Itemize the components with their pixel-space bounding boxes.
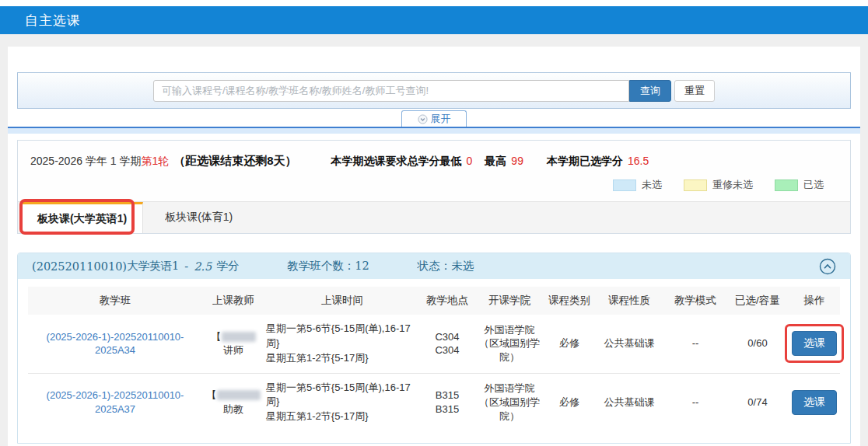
location-line-2: B315 xyxy=(422,402,473,416)
col-header-location: 教学地点 xyxy=(420,287,474,315)
course-credits: 2.5 xyxy=(194,260,212,273)
search-group: 查询 重置 xyxy=(153,80,715,102)
app-header: 自主选课 xyxy=(0,6,868,34)
legend-swatch-unselected xyxy=(613,179,636,191)
top-strip xyxy=(0,0,868,6)
course-panel: (202520110010)大学英语1 - 2.5 学分 教学班个数：12 状态… xyxy=(17,253,851,444)
col-header-capacity: 已选/容量 xyxy=(726,287,789,315)
location-line-1: B315 xyxy=(422,389,473,402)
col-header-nature: 课程性质 xyxy=(594,287,664,315)
class-name-link[interactable]: (2025-2026-1)-202520110010-2025A34 xyxy=(47,331,184,357)
class-table-zone: 教学班 上课教师 上课时间 教学地点 开课学院 课程类别 课程性质 教学模式 已… xyxy=(18,279,850,431)
legend-item-unselected: 未选 xyxy=(613,178,662,192)
max-credits: 99 xyxy=(511,155,523,167)
college-cell: 外国语学院（区域国别学院） xyxy=(474,373,544,431)
teacher-prefix: 【 xyxy=(212,331,222,343)
course-panel-header[interactable]: (202520110010)大学英语1 - 2.5 学分 教学班个数：12 状态… xyxy=(18,253,850,279)
expand-toggle[interactable]: 展开 xyxy=(401,110,467,127)
category-cell: 必修 xyxy=(544,315,594,373)
page-title: 自主选课 xyxy=(25,12,81,30)
min-credits: 0 xyxy=(467,155,473,167)
legend-swatch-selected xyxy=(775,179,798,191)
col-header-teacher: 上课教师 xyxy=(202,287,264,315)
class-name-link[interactable]: (2025-2026-1)-202520110010-2025A37 xyxy=(47,389,184,415)
tab-strip: 板块课(大学英语1) 板块课(体育1) xyxy=(18,201,850,233)
tab-english[interactable]: 板块课(大学英语1) xyxy=(21,202,143,233)
class-table: 教学班 上课教师 上课时间 教学地点 开课学院 课程类别 课程性质 教学模式 已… xyxy=(28,287,840,431)
selected-credits: 16.5 xyxy=(628,155,649,167)
teacher-prefix: 【 xyxy=(207,389,217,401)
select-course-button[interactable]: 选课 xyxy=(792,331,837,356)
reset-button[interactable]: 重置 xyxy=(674,80,715,102)
legend-label: 重修未选 xyxy=(712,178,753,192)
course-name: 大学英语1 xyxy=(127,259,179,274)
chevron-down-icon xyxy=(418,114,428,124)
teacher-cell: 【 讲师 xyxy=(202,315,264,373)
max-label: 最高 xyxy=(485,155,506,169)
teacher-name-redacted xyxy=(217,390,261,400)
college-cell: 外国语学院（区域国别学院） xyxy=(474,315,544,373)
location-cell: B315 B315 xyxy=(420,373,474,431)
table-header-row: 教学班 上课教师 上课时间 教学地点 开课学院 课程类别 课程性质 教学模式 已… xyxy=(28,287,840,315)
deadline-text: （距选课结束还剩8天） xyxy=(173,154,296,169)
time-line-2: 星期五第1-2节{5-17周} xyxy=(266,352,369,364)
legend-swatch-retake xyxy=(684,179,707,191)
time-line-1: 星期一第5-6节{5-15周(单),16-17周} xyxy=(266,322,411,349)
location-line-2: C304 xyxy=(422,343,473,357)
semester-line: 2025-2026 学年 1 学期第1轮 （距选课结束还剩8天） 本学期选课要求… xyxy=(18,141,850,169)
category-cell: 必修 xyxy=(544,373,594,431)
main-content: 查询 重置 展开 2025-2026 学年 1 学期第1轮 （距选课结束还剩8天… xyxy=(8,47,860,446)
semester-text: 2025-2026 学年 1 学期 xyxy=(30,155,141,169)
course-code: (202520110010) xyxy=(32,260,127,273)
col-header-mode: 教学模式 xyxy=(664,287,726,315)
divider-strip xyxy=(8,128,860,134)
legend: 未选 重修未选 已选 xyxy=(18,169,850,192)
col-header-class: 教学班 xyxy=(28,287,202,315)
teacher-cell: 【 助教 xyxy=(202,373,264,431)
search-panel: 查询 重置 xyxy=(17,72,851,109)
legend-label: 未选 xyxy=(642,178,662,192)
time-line-1: 星期一第5-6节{5-15周(单),16-17周} xyxy=(266,382,411,408)
teacher-name-redacted xyxy=(222,332,256,342)
legend-label: 已选 xyxy=(803,178,824,192)
table-row: (2025-2026-1)-202520110010-2025A34 【 讲师 … xyxy=(28,315,840,373)
nature-cell: 公共基础课 xyxy=(594,373,664,431)
selected-label: 本学期已选学分 xyxy=(547,155,623,169)
search-input[interactable] xyxy=(153,80,629,102)
col-header-time: 上课时间 xyxy=(264,287,420,315)
mode-cell: -- xyxy=(664,373,726,431)
location-line-1: C304 xyxy=(422,330,473,344)
time-line-2: 星期五第1-2节{5-17周} xyxy=(266,410,369,422)
time-cell: 星期一第5-6节{5-15周(单),16-17周} 星期五第1-2节{5-17周… xyxy=(264,373,420,431)
location-cell: C304 C304 xyxy=(420,315,474,373)
requirement-label: 本学期选课要求总学分最低 xyxy=(331,155,462,169)
class-count: 教学班个数：12 xyxy=(287,259,369,274)
select-course-button[interactable]: 选课 xyxy=(792,390,837,415)
teacher-title: 助教 xyxy=(204,402,263,416)
time-cell: 星期一第5-6节{5-15周(单),16-17周} 星期五第1-2节{5-17周… xyxy=(264,315,420,373)
col-header-college: 开课学院 xyxy=(474,287,544,315)
teacher-title: 讲师 xyxy=(204,343,263,357)
legend-item-retake: 重修未选 xyxy=(684,178,753,192)
expand-label: 展开 xyxy=(431,112,451,126)
expand-bar: 展开 xyxy=(8,111,860,128)
table-row: (2025-2026-1)-202520110010-2025A37 【 助教 … xyxy=(28,373,840,431)
nature-cell: 公共基础课 xyxy=(594,315,664,373)
mode-cell: -- xyxy=(664,315,726,373)
col-header-action: 操作 xyxy=(789,287,840,315)
col-header-category: 课程类别 xyxy=(544,287,594,315)
legend-item-selected: 已选 xyxy=(775,178,824,192)
capacity-cell: 0/74 xyxy=(726,373,789,431)
query-button[interactable]: 查询 xyxy=(629,80,671,102)
chevron-up-icon[interactable] xyxy=(819,258,836,275)
round-text: 第1轮 xyxy=(141,155,169,169)
course-sep: - xyxy=(184,260,188,273)
tab-pe[interactable]: 板块课(体育1) xyxy=(143,202,254,233)
capacity-cell: 0/60 xyxy=(726,315,789,373)
course-credits-unit: 学分 xyxy=(216,259,239,274)
info-panel: 2025-2026 学年 1 学期第1轮 （距选课结束还剩8天） 本学期选课要求… xyxy=(17,140,851,234)
course-status: 状态：未选 xyxy=(418,259,474,274)
